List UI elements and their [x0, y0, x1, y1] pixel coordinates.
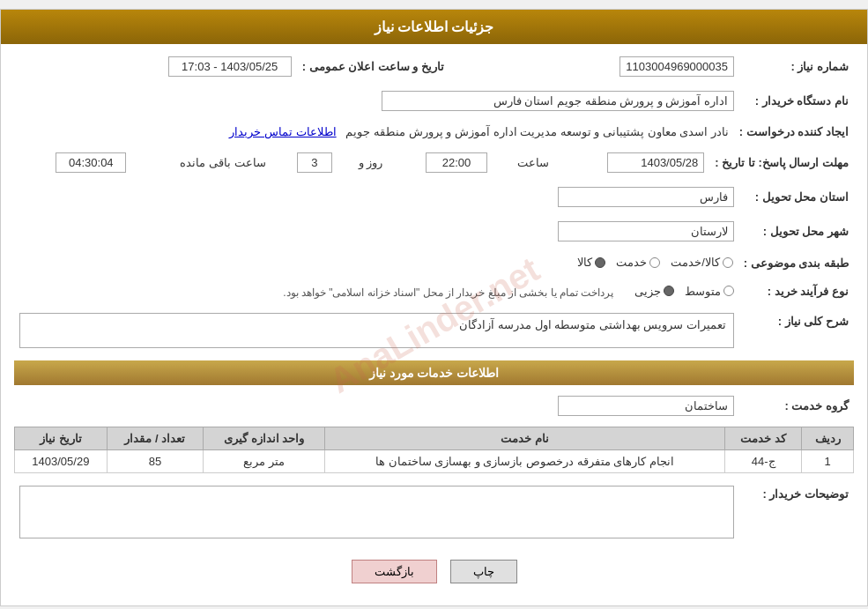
province-value: فارس: [14, 183, 739, 211]
province-label: استان محل تحویل :: [739, 183, 854, 211]
table-cell: 1403/05/29: [15, 450, 108, 473]
city-row: شهر محل تحویل : لارستان: [14, 218, 854, 245]
process-label: نوع فرآیند خرید :: [739, 281, 854, 303]
service-group-value: ساختمان: [14, 392, 739, 420]
radio-circle-mt: [723, 286, 734, 296]
radio-label-jz: جزیی: [634, 285, 661, 298]
table-cell: ج-44: [724, 450, 801, 473]
deadline-days-cell: 3: [271, 149, 338, 176]
col-header-qty: تعداد / مقدار: [107, 427, 203, 450]
buyer-notes-value: [14, 482, 739, 542]
radio-circle-kk: [723, 257, 733, 268]
radio-circle-kh: [649, 257, 660, 268]
content-area: AnaLinder.net شماره نیاز : 1103004969000…: [1, 44, 867, 605]
buyer-notes-row: توضیحات خریدار :: [14, 482, 854, 542]
need-number-row: شماره نیاز : 1103004969000035 تاریخ و سا…: [14, 53, 854, 80]
radio-motavasset: متوسط: [685, 285, 734, 298]
deadline-value: 1403/05/28: [554, 149, 710, 176]
radio-jozii: جزیی: [634, 285, 674, 298]
category-row: طبقه بندی موضوعی : کالا/خدمت خدمت: [14, 252, 854, 274]
category-label: طبقه بندی موضوعی :: [738, 252, 854, 274]
process-value: متوسط جزیی پرداخت تمام یا بخشی از مبلغ خ…: [14, 281, 739, 303]
description-value: تعمیرات سرویس بهداشتی متوسطه اول مدرسه آ…: [14, 309, 739, 352]
process-note: پرداخت تمام یا بخشی از مبلغ خریدار از مح…: [283, 286, 613, 299]
days-label: روز و: [338, 149, 388, 176]
province-box: فارس: [558, 187, 734, 207]
buyer-notes-textarea[interactable]: [19, 486, 734, 538]
creator-link[interactable]: اطلاعات تماس خریدار: [229, 125, 336, 138]
deadline-date-box: 1403/05/28: [607, 152, 704, 173]
creator-label: ایجاد کننده درخواست :: [734, 122, 854, 142]
radio-kala: کالا: [577, 256, 605, 269]
creator-row: ایجاد کننده درخواست : نادر اسدی معاون پش…: [14, 122, 854, 142]
radio-khedmat: خدمت: [616, 256, 660, 269]
col-header-code: کد خدمت: [724, 427, 801, 450]
deadline-label: مهلت ارسال پاسخ: تا تاریخ :: [709, 149, 854, 176]
description-box: تعمیرات سرویس بهداشتی متوسطه اول مدرسه آ…: [19, 313, 734, 348]
table-cell: 1: [802, 450, 854, 473]
radio-label-kh: خدمت: [616, 256, 647, 269]
city-box: لارستان: [558, 221, 734, 241]
description-row: شرح کلی نیاز : تعمیرات سرویس بهداشتی متو…: [14, 309, 854, 352]
services-section-header: اطلاعات خدمات مورد نیاز: [14, 360, 854, 385]
radio-label-k: کالا: [577, 256, 592, 269]
deadline-row: مهلت ارسال پاسخ: تا تاریخ : 1403/05/28 س…: [14, 149, 854, 176]
page-title: جزئیات اطلاعات نیاز: [1, 10, 867, 44]
deadline-time-cell: 22:00: [388, 149, 493, 176]
service-group-box: ساختمان: [558, 396, 734, 416]
process-radio-group: متوسط جزیی: [634, 285, 734, 298]
buyer-notes-label: توضیحات خریدار :: [739, 482, 854, 542]
services-table: ردیف کد خدمت نام خدمت واحد اندازه گیری ت…: [14, 427, 854, 473]
radio-label-kk: کالا/خدمت: [671, 256, 720, 269]
deadline-time-box: 22:00: [426, 152, 487, 173]
radio-kala-khedmat: کالا/خدمت: [671, 256, 733, 269]
col-header-unit: واحد اندازه گیری: [204, 427, 325, 450]
deadline-remaining-cell: 04:30:04: [14, 149, 131, 176]
date-label: تاریخ و ساعت اعلان عمومی :: [297, 53, 449, 80]
buyer-row: نام دستگاه خریدار : اداره آموزش و پرورش …: [14, 87, 854, 115]
description-label: شرح کلی نیاز :: [739, 309, 854, 352]
creator-name: نادر اسدی معاون پشتیبانی و توسعه مدیریت …: [345, 125, 728, 138]
province-row: استان محل تحویل : فارس: [14, 183, 854, 211]
button-bar: چاپ بازگشت: [14, 549, 854, 597]
category-value: کالا/خدمت خدمت کالا: [14, 252, 738, 274]
col-header-row: ردیف: [802, 427, 854, 450]
col-header-name: نام خدمت: [325, 427, 725, 450]
process-row: نوع فرآیند خرید : متوسط جزیی پرداخت تمام…: [14, 281, 854, 303]
table-row: 1ج-44انجام کارهای متفرقه درخصوص بازسازی …: [15, 450, 854, 473]
radio-circle-k: [595, 257, 605, 268]
creator-value: نادر اسدی معاون پشتیبانی و توسعه مدیریت …: [14, 122, 734, 142]
service-group-label: گروه خدمت :: [739, 392, 854, 420]
buyer-name-box: اداره آموزش و پرورش منطقه جویم استان فار…: [382, 91, 734, 111]
service-group-row: گروه خدمت : ساختمان: [14, 392, 854, 420]
category-radio-group: کالا/خدمت خدمت کالا: [577, 256, 733, 269]
date-value: 1403/05/25 - 17:03: [14, 53, 297, 80]
page-container: جزئیات اطلاعات نیاز AnaLinder.net شماره …: [0, 9, 868, 606]
deadline-remaining-box: 04:30:04: [56, 152, 126, 173]
table-cell: 85: [107, 450, 203, 473]
buyer-label: نام دستگاه خریدار :: [739, 87, 854, 115]
radio-label-mt: متوسط: [685, 285, 721, 298]
need-number-box: 1103004969000035: [619, 56, 734, 77]
city-label: شهر محل تحویل :: [739, 218, 854, 245]
time-label: ساعت: [493, 149, 554, 176]
city-value: لارستان: [14, 218, 739, 245]
remaining-label: ساعت باقی مانده: [131, 149, 271, 176]
buyer-value: اداره آموزش و پرورش منطقه جویم استان فار…: [14, 87, 739, 115]
date-box: 1403/05/25 - 17:03: [168, 56, 292, 77]
deadline-days-box: 3: [297, 152, 332, 173]
radio-circle-jz: [664, 286, 674, 296]
table-cell: متر مربع: [204, 450, 325, 473]
need-number-label: شماره نیاز :: [739, 53, 854, 80]
print-button[interactable]: چاپ: [450, 560, 517, 583]
table-cell: انجام کارهای متفرقه درخصوص بازسازی و بهس…: [325, 450, 725, 473]
need-number-value: 1103004969000035: [476, 53, 739, 80]
col-header-date: تاریخ نیاز: [15, 427, 108, 450]
back-button[interactable]: بازگشت: [352, 560, 437, 583]
